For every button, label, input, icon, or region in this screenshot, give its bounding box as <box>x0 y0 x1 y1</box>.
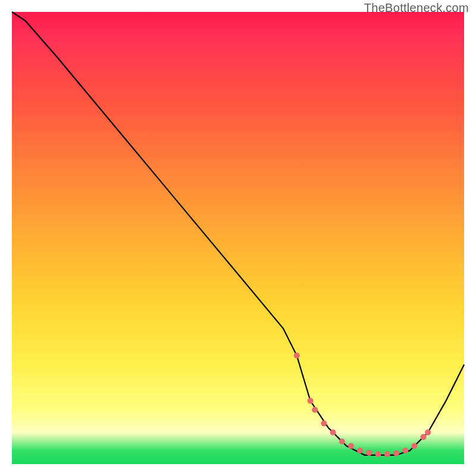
highlight-dot <box>308 398 314 404</box>
highlight-dot <box>421 434 427 440</box>
highlight-dot <box>402 447 408 453</box>
bottleneck-curve-path <box>12 12 464 455</box>
highlight-dot <box>348 443 354 449</box>
highlight-dot <box>375 451 381 457</box>
highlight-dot <box>411 443 417 449</box>
highlight-dot <box>321 421 327 427</box>
chart-container: TheBottleneck.com <box>0 0 476 476</box>
highlight-dot <box>384 451 390 457</box>
highlight-dot <box>357 447 363 453</box>
highlight-dot <box>366 450 372 456</box>
highlight-dot <box>330 430 336 436</box>
highlight-dots-group <box>294 353 431 458</box>
highlight-dot <box>393 450 399 456</box>
highlight-dot <box>312 407 318 413</box>
highlight-dot <box>294 353 300 359</box>
highlight-dot <box>425 430 431 436</box>
highlight-dot <box>339 439 345 444</box>
chart-svg <box>12 12 464 464</box>
